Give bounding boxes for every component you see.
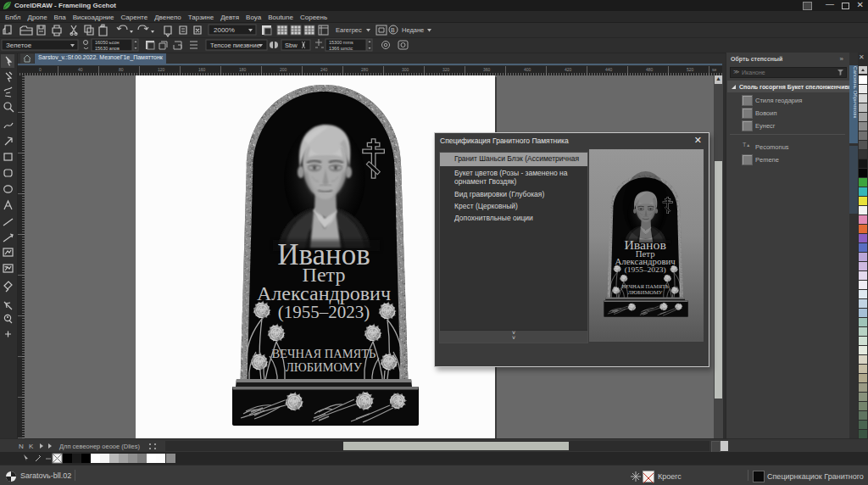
svg-text:Длп севеонер оеоое (Dliеs): Длп севеонер оеоое (Dliеs): [59, 443, 140, 450]
svg-text:15300 mms: 15300 mms: [329, 40, 353, 45]
svg-text:440: 440: [605, 67, 613, 72]
svg-text:200: 200: [280, 67, 287, 72]
svg-text:Sbw: Sbw: [285, 42, 298, 49]
svg-text:Недане: Недане: [402, 26, 424, 34]
svg-text:80: 80: [119, 67, 124, 72]
svg-text:✕: ✕: [859, 53, 865, 61]
svg-text:1366 шпctc: 1366 шпctc: [329, 46, 353, 51]
svg-text:420: 420: [565, 67, 572, 72]
svg-text:2000%: 2000%: [214, 26, 235, 34]
svg-text:360: 360: [483, 67, 491, 72]
svg-text:40: 40: [78, 67, 83, 72]
svg-text:480: 480: [646, 67, 654, 72]
svg-text:0: 0: [39, 67, 42, 72]
svg-text:N: N: [19, 443, 24, 450]
svg-text:160: 160: [198, 67, 206, 72]
svg-text:320: 320: [442, 67, 450, 72]
svg-text:16050 ьсон: 16050 ьсон: [95, 40, 120, 45]
svg-text:15630 апов: 15630 апов: [95, 46, 120, 51]
svg-text:180: 180: [239, 67, 247, 72]
svg-text:300: 300: [402, 67, 409, 72]
svg-text:Еагегрес: Еагегрес: [336, 26, 362, 34]
svg-text:K: K: [29, 443, 34, 450]
svg-text:Зепетое: Зепетое: [6, 42, 32, 49]
svg-text:520: 520: [687, 67, 694, 72]
svg-text:400: 400: [524, 67, 531, 72]
svg-text:280: 280: [361, 67, 369, 72]
svg-text:se: se: [712, 67, 717, 72]
svg-text:240: 240: [320, 67, 328, 72]
svg-text:B: B: [391, 27, 395, 33]
svg-text:120: 120: [158, 67, 165, 72]
svg-text:Тепсое пиезвние: Тепсое пиезвние: [210, 42, 260, 49]
